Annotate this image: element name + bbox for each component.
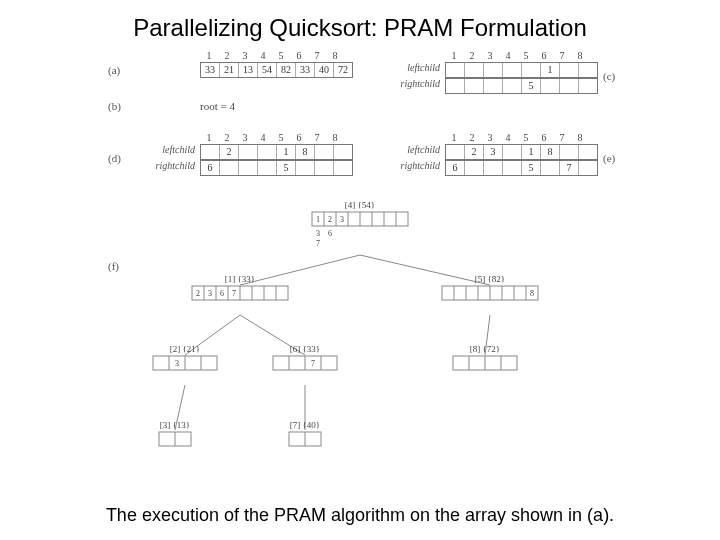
tree-n3-label: [5] {82} xyxy=(475,274,505,284)
page-title: Parallelizing Quicksort: PRAM Formulatio… xyxy=(0,14,720,42)
svg-text:7: 7 xyxy=(316,239,320,248)
label-c: (c) xyxy=(603,70,615,82)
array-a: 3321135482334072 xyxy=(200,62,353,78)
svg-text:3: 3 xyxy=(208,289,212,298)
tree-n4-label: [2] {21} xyxy=(170,344,200,354)
label-a: (a) xyxy=(108,64,120,76)
tree-n2-box: 2367 xyxy=(192,286,288,300)
tree-n7-box xyxy=(159,432,191,446)
svg-text:6: 6 xyxy=(220,289,224,298)
indices-d: 12345678 xyxy=(200,132,344,143)
tree-n7-label: [3] {13} xyxy=(160,420,190,430)
array-c-left: 1 xyxy=(445,62,598,78)
tree-n4-box: 3 xyxy=(153,356,217,370)
svg-text:6: 6 xyxy=(328,229,332,238)
label-d: (d) xyxy=(108,152,121,164)
svg-text:7: 7 xyxy=(311,359,315,368)
svg-text:3: 3 xyxy=(316,229,320,238)
svg-text:3: 3 xyxy=(175,359,179,368)
svg-text:2: 2 xyxy=(328,215,332,224)
rowlabel-c-right: rightchild xyxy=(392,78,440,89)
tree-n8-box xyxy=(289,432,321,446)
tree-n6-label: [8] {72} xyxy=(470,344,500,354)
tree-n6-box xyxy=(453,356,517,370)
rowlabel-d-right: rightchild xyxy=(147,160,195,171)
tree-n5-box: 7 xyxy=(273,356,337,370)
label-b: (b) xyxy=(108,100,121,112)
array-c-right: 5 xyxy=(445,78,598,94)
label-e: (e) xyxy=(603,152,615,164)
svg-text:1: 1 xyxy=(316,215,320,224)
svg-line-0 xyxy=(240,255,360,285)
array-e-left: 2318 xyxy=(445,144,598,160)
indices-e: 12345678 xyxy=(445,132,589,143)
caption: The execution of the PRAM algorithm on t… xyxy=(0,505,720,526)
tree-n8-label: [7] {40} xyxy=(290,420,320,430)
rowlabel-e-right: rightchild xyxy=(392,160,440,171)
root-text: root = 4 xyxy=(200,100,235,112)
array-d-left: 218 xyxy=(200,144,353,160)
svg-text:8: 8 xyxy=(530,289,534,298)
indices-c: 12345678 xyxy=(445,50,589,61)
tree-n5-label: [6] {33} xyxy=(290,344,320,354)
svg-text:3: 3 xyxy=(340,215,344,224)
array-e-right: 657 xyxy=(445,160,598,176)
rowlabel-d-left: leftchild xyxy=(147,144,195,155)
tree-n3-box: 8 xyxy=(442,286,538,300)
rowlabel-e-left: leftchild xyxy=(392,144,440,155)
tree-diagram: [4] {54} 123 36 7 [1] {33} 2367 [5] {82}… xyxy=(130,200,590,480)
array-d-right: 65 xyxy=(200,160,353,176)
svg-text:2: 2 xyxy=(196,289,200,298)
tree-n1-label: [4] {54} xyxy=(345,200,375,210)
tree-n1-box: 123 36 7 xyxy=(312,212,408,248)
rowlabel-c-left: leftchild xyxy=(392,62,440,73)
tree-n2-label: [1] {33} xyxy=(225,274,255,284)
svg-text:7: 7 xyxy=(232,289,236,298)
label-f: (f) xyxy=(108,260,119,272)
indices-a: 12345678 xyxy=(200,50,344,61)
svg-line-1 xyxy=(360,255,490,285)
